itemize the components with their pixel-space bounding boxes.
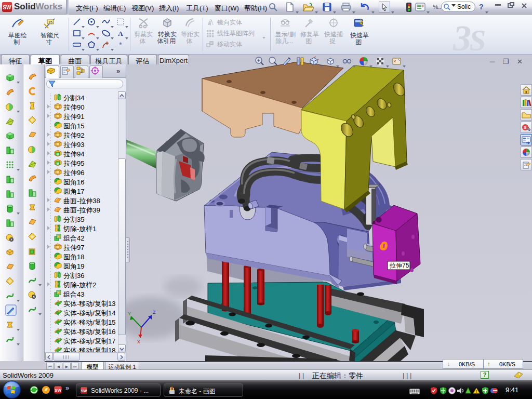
svg-text:拉伸75: 拉伸75 [389,262,409,269]
svg-text:A: A [118,30,123,37]
svg-text:*: * [119,41,122,49]
svg-text:X: X [137,339,140,344]
svg-text:SW: SW [81,389,87,393]
svg-text:15: 15 [48,20,52,24]
svg-text:SW: SW [3,5,11,10]
svg-text:!: ! [476,389,477,394]
svg-text:S: S [524,125,527,130]
svg-text:SW: SW [55,388,61,393]
svg-text:Z: Z [153,310,156,315]
svg-text:Y: Y [128,311,131,316]
